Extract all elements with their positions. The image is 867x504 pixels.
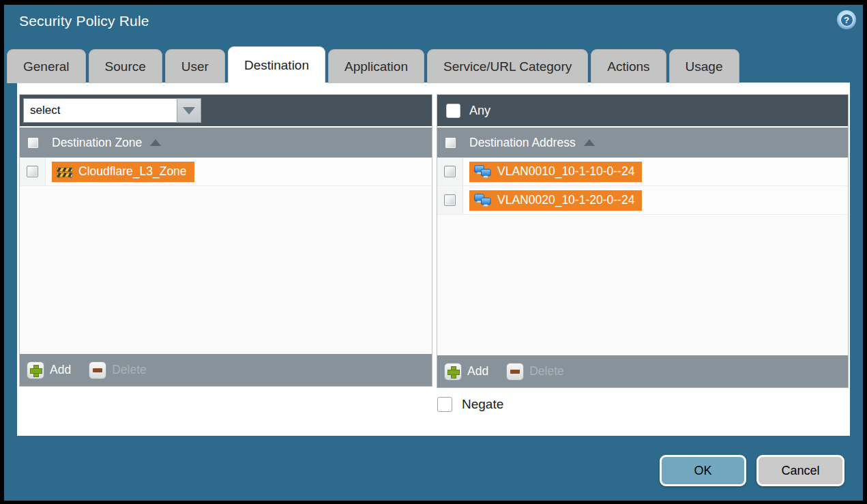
zone-delete-label: Delete xyxy=(112,363,147,377)
tab-bar: General Source User Destination Applicat… xyxy=(7,46,739,83)
address-select-all-checkbox[interactable] xyxy=(445,137,456,149)
sort-ascending-icon xyxy=(150,139,161,146)
address-delete-button[interactable]: Delete xyxy=(506,363,564,381)
tab-usage[interactable]: Usage xyxy=(669,49,739,83)
address-name: VLAN0020_10-1-20-0--24 xyxy=(497,193,634,207)
address-delete-label: Delete xyxy=(529,364,564,379)
zone-select-all-checkbox[interactable] xyxy=(27,137,39,149)
zone-column-header: Destination Zone xyxy=(20,128,432,158)
dialog-title: Security Policy Rule xyxy=(19,13,149,29)
help-icon[interactable]: ? xyxy=(837,10,856,29)
zone-row[interactable]: Cloudflare_L3_Zone xyxy=(20,158,432,186)
zone-row-checkbox[interactable] xyxy=(27,166,38,177)
tab-application[interactable]: Application xyxy=(328,49,424,83)
address-row[interactable]: VLAN0010_10-1-10-0--24 xyxy=(437,158,848,186)
zone-select-input[interactable] xyxy=(23,98,177,123)
zone-select-dropdown-button[interactable] xyxy=(177,98,201,123)
destination-zone-panel: Destination Zone Cloudflare_L3_Zone xyxy=(19,94,432,387)
chevron-down-icon xyxy=(183,107,195,115)
tab-destination[interactable]: Destination xyxy=(228,46,325,83)
address-tag[interactable]: VLAN0020_10-1-20-0--24 xyxy=(469,190,642,211)
zone-select-combo xyxy=(23,98,201,123)
address-row-checkbox[interactable] xyxy=(444,166,456,177)
tab-user[interactable]: User xyxy=(165,49,225,83)
address-row-checkbox[interactable] xyxy=(444,194,456,206)
sort-ascending-icon xyxy=(584,139,595,146)
zone-name: Cloudflare_L3_Zone xyxy=(78,164,187,179)
security-policy-rule-dialog: Security Policy Rule ? General Source Us… xyxy=(0,0,867,504)
address-icon xyxy=(474,194,492,207)
ok-button[interactable]: OK xyxy=(660,455,746,486)
zone-add-button[interactable]: Add xyxy=(27,361,71,379)
delete-minus-icon xyxy=(506,363,524,381)
destination-tab-content: Destination Zone Cloudflare_L3_Zone xyxy=(17,83,850,436)
address-panel-footer: Add Delete xyxy=(437,355,848,387)
negate-checkbox[interactable] xyxy=(437,397,452,412)
zone-icon xyxy=(57,166,73,178)
help-question-glyph: ? xyxy=(840,14,853,27)
zone-panel-header xyxy=(20,95,432,126)
zone-list: Cloudflare_L3_Zone xyxy=(20,158,432,354)
address-icon xyxy=(474,165,492,179)
tab-service-url-category[interactable]: Service/URL Category xyxy=(427,49,588,83)
tab-actions[interactable]: Actions xyxy=(591,49,666,83)
address-panel-header: Any xyxy=(437,95,848,126)
address-row[interactable]: VLAN0020_10-1-20-0--24 xyxy=(437,186,848,215)
delete-minus-icon xyxy=(89,361,106,379)
destination-address-panel: Any Destination Address VLAN0010_10-1-1 xyxy=(437,94,849,388)
address-column-title[interactable]: Destination Address xyxy=(469,136,576,150)
any-checkbox[interactable] xyxy=(446,104,460,118)
zone-panel-footer: Add Delete xyxy=(20,354,432,386)
zone-delete-button[interactable]: Delete xyxy=(89,361,147,379)
add-plus-icon xyxy=(27,361,44,379)
address-column-header: Destination Address xyxy=(437,128,848,158)
address-add-button[interactable]: Add xyxy=(444,363,488,381)
cancel-button[interactable]: Cancel xyxy=(756,455,844,486)
negate-row: Negate xyxy=(437,397,503,412)
tab-general[interactable]: General xyxy=(7,49,86,83)
any-label: Any xyxy=(469,104,490,118)
zone-column-title[interactable]: Destination Zone xyxy=(52,136,142,150)
tab-source[interactable]: Source xyxy=(89,49,162,83)
add-plus-icon xyxy=(444,363,462,381)
zone-tag[interactable]: Cloudflare_L3_Zone xyxy=(52,162,194,182)
address-name: VLAN0010_10-1-10-0--24 xyxy=(497,164,634,179)
address-add-label: Add xyxy=(467,364,488,379)
address-tag[interactable]: VLAN0010_10-1-10-0--24 xyxy=(469,162,642,182)
negate-label: Negate xyxy=(462,397,503,412)
zone-add-label: Add xyxy=(50,363,71,377)
address-list: VLAN0010_10-1-10-0--24 VLAN0020_10-1-20-… xyxy=(437,158,848,355)
